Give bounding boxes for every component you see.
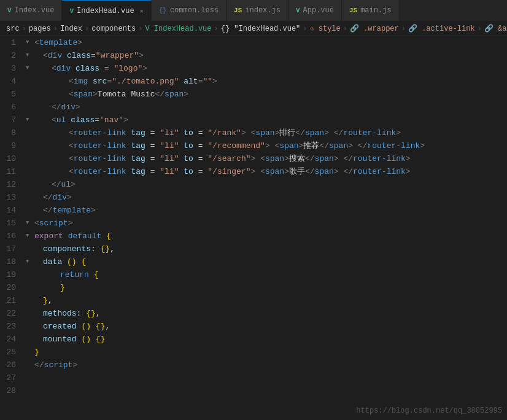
code-line-3: <div class = "logo" > (26, 62, 507, 75)
vue-icon: V (69, 7, 74, 15)
tab-label: main.js (360, 6, 391, 15)
code-line-28: </script> (26, 359, 507, 371)
tab-index-js[interactable]: JS index.js (226, 0, 288, 21)
breadcrumb-src: src (6, 25, 20, 33)
breadcrumb-section1: {} "IndexHead.vue" (221, 25, 301, 33)
code-line-11: <router-link tag = "li" to = "/singer" >… (26, 165, 507, 178)
tab-label: index.js (245, 6, 281, 15)
js-icon: JS (234, 7, 242, 14)
code-line-5: <span> Tomota Music </span> (26, 88, 507, 101)
code-line-26: mounted () {} (26, 333, 507, 346)
code-line-2: <div class="wrapper" > (26, 49, 507, 62)
code-content: <template> <div class="wrapper" > <div c… (23, 36, 507, 419)
breadcrumb-style-tag: ⟐ style (310, 25, 341, 33)
code-line-9: <router-link tag = "li" to = "/recommend… (26, 139, 507, 152)
code-line-7: <ul class='nav' > (26, 114, 507, 126)
code-line-12: </ul> (26, 178, 507, 191)
code-line-10: <router-link tag = "li" to = "/search" >… (26, 152, 507, 165)
code-line-6: </div> (26, 101, 507, 114)
fold-icon-18[interactable] (26, 230, 34, 243)
breadcrumb-index: Index (60, 25, 82, 33)
tab-label: Index.vue (15, 6, 55, 15)
code-line-1: <template> (26, 36, 507, 49)
watermark: https://blog.csdn.net/qq_38052995 (356, 406, 502, 415)
code-line-20: data () { (26, 255, 507, 268)
tab-bar: V Index.vue V IndexHead.vue ✕ {} common.… (0, 0, 507, 21)
less-icon: {} (159, 7, 167, 14)
tab-indexhead-vue[interactable]: V IndexHead.vue ✕ (62, 0, 151, 21)
breadcrumb-components: components (91, 25, 136, 33)
breadcrumb-wrapper: 🔗 .wrapper (350, 24, 399, 33)
breadcrumb-after: 🔗 &after (484, 24, 507, 33)
vue-icon: V (7, 7, 12, 14)
tab-common-less[interactable]: {} common.less (152, 0, 226, 21)
code-line-22: } (26, 281, 507, 294)
code-line-13: </div> (26, 191, 507, 204)
vue-icon: V (296, 7, 300, 14)
code-line-21: return { (26, 268, 507, 281)
fold-icon-2[interactable] (26, 49, 34, 62)
fold-icon-7[interactable] (26, 114, 34, 126)
breadcrumb-file: V IndexHead.vue (145, 25, 211, 33)
tab-label: IndexHead.vue (77, 7, 134, 15)
tab-close-button[interactable]: ✕ (140, 7, 144, 15)
tab-index-vue[interactable]: V Index.vue (0, 0, 62, 21)
tab-label: common.less (170, 6, 219, 15)
code-line-18: export default { (26, 230, 507, 243)
breadcrumb-pages: pages (29, 25, 51, 33)
fold-icon-20[interactable] (26, 255, 34, 268)
fold-icon-3[interactable] (26, 62, 34, 75)
code-line-27: } (26, 346, 507, 359)
code-line-17: <script> (26, 217, 507, 230)
code-line-24: methods : {} , (26, 307, 507, 320)
tab-label: App.vue (303, 6, 334, 15)
fold-icon-17[interactable] (26, 217, 34, 230)
breadcrumb-active-link: 🔗 .active-link (408, 24, 475, 33)
code-line-15: </template> (26, 204, 507, 217)
code-line-4: <img src="./tomato.png" alt="" > (26, 75, 507, 88)
breadcrumb: src › pages › Index › components › V Ind… (0, 21, 507, 36)
line-numbers: 1 2 3 4 5 6 7 8 9 10 11 12 13 14 15 16 1… (0, 36, 23, 419)
js-icon: JS (349, 7, 357, 14)
fold-icon-1[interactable] (26, 36, 34, 49)
code-line-8: <router-link tag = "li" to = "/rank" > <… (26, 126, 507, 139)
code-line-25: created () {} , (26, 320, 507, 333)
code-line-19: components : {} , (26, 243, 507, 255)
code-area: 1 2 3 4 5 6 7 8 9 10 11 12 13 14 15 16 1… (0, 36, 507, 419)
tab-app-vue[interactable]: V App.vue (288, 0, 342, 21)
tab-main-js[interactable]: JS main.js (342, 0, 400, 21)
code-line-23: } , (26, 294, 507, 307)
